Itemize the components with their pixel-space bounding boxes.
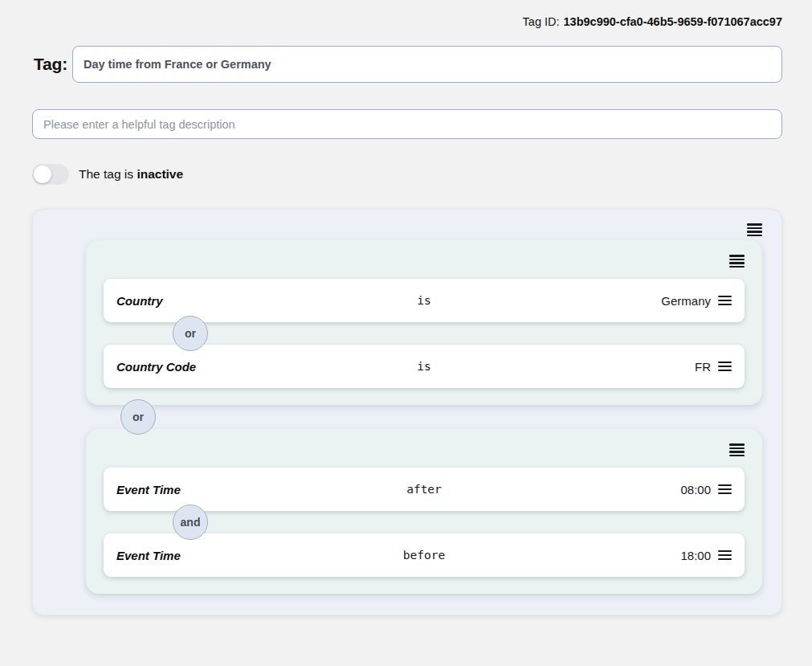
rule-row[interactable]: Event Time after 08:00: [104, 468, 745, 511]
rule-field: Event Time: [116, 483, 406, 496]
drag-handle-icon[interactable]: [747, 223, 762, 236]
logic-operator-chip[interactable]: and: [173, 505, 208, 540]
rule-field: Event Time: [116, 549, 403, 562]
rule-operator: after: [406, 483, 442, 496]
rule-group-2: Event Time after 08:00 and Event Time be…: [86, 429, 762, 594]
logic-operator-chip[interactable]: or: [120, 399, 156, 435]
tag-id-value: 13b9c990-cfa0-46b5-9659-f071067acc97: [564, 15, 782, 28]
tag-active-toggle[interactable]: [32, 164, 69, 185]
drag-handle-icon[interactable]: [718, 296, 732, 305]
rule-value: 18:00: [680, 549, 711, 562]
rule-field: Country: [116, 294, 417, 308]
toggle-state-text: inactive: [137, 167, 183, 181]
tag-name-row: Tag:: [34, 46, 782, 83]
group-handle-row: [104, 251, 745, 271]
toggle-label: The tag is inactive: [79, 167, 183, 182]
rule-right: Germany: [431, 294, 732, 308]
rule-right: 08:00: [442, 483, 732, 496]
rule-value: Germany: [661, 294, 711, 308]
tag-id-row: Tag ID: 13b9c990-cfa0-46b5-9659-f071067a…: [0, 0, 812, 28]
toggle-knob: [34, 165, 51, 183]
group-handle-row: [104, 440, 745, 460]
rule-row[interactable]: Country is Germany: [104, 279, 745, 322]
drag-handle-icon[interactable]: [718, 484, 732, 494]
drag-handle-icon[interactable]: [718, 550, 732, 560]
rule-operator: is: [417, 360, 430, 373]
tag-active-toggle-row: The tag is inactive: [32, 164, 812, 185]
rule-builder-card: Country is Germany or Country Code is FR…: [32, 209, 782, 615]
tag-name-input[interactable]: [72, 46, 782, 83]
rule-row[interactable]: Country Code is FR: [104, 345, 745, 388]
drag-handle-icon[interactable]: [718, 362, 732, 371]
drag-handle-icon[interactable]: [729, 443, 745, 456]
rule-value: FR: [695, 360, 711, 374]
rule-operator: is: [417, 294, 430, 307]
drag-handle-icon[interactable]: [729, 255, 745, 268]
rule-row[interactable]: Event Time before 18:00: [104, 533, 745, 577]
rule-group-1: Country is Germany or Country Code is FR: [86, 240, 762, 405]
tag-id-label: Tag ID:: [523, 15, 560, 28]
rule-value: 08:00: [680, 483, 711, 496]
tag-description-input[interactable]: [32, 109, 782, 139]
rule-right: 18:00: [445, 549, 732, 562]
builder-handle-row: [86, 219, 762, 240]
tag-name-label: Tag:: [34, 55, 67, 74]
logic-operator-chip[interactable]: or: [173, 316, 208, 351]
rule-field: Country Code: [116, 360, 417, 374]
rule-right: FR: [431, 360, 732, 374]
toggle-label-prefix: The tag is: [79, 167, 133, 181]
rule-operator: before: [403, 549, 445, 562]
